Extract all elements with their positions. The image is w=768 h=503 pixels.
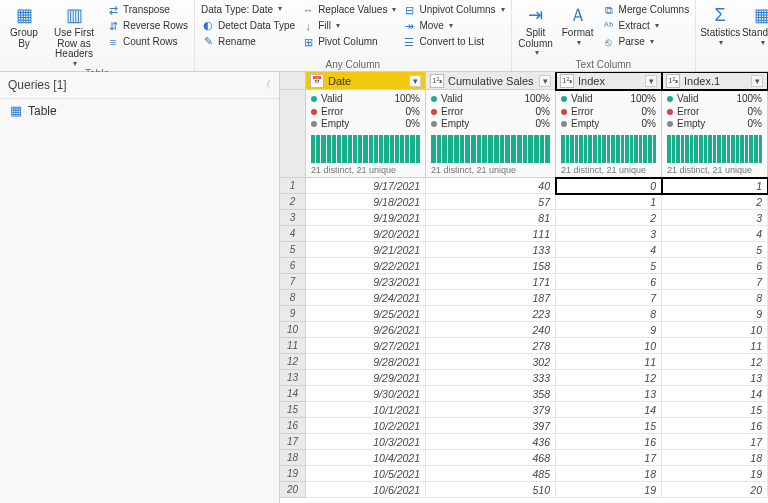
cell-index1[interactable]: 2 — [662, 194, 768, 210]
cell-index1[interactable]: 6 — [662, 258, 768, 274]
cell-date[interactable]: 10/1/2021 — [306, 402, 426, 418]
split-column-button[interactable]: ⇥ Split Column — [516, 2, 556, 57]
row-number[interactable]: 9 — [280, 306, 306, 322]
cell-date[interactable]: 9/23/2021 — [306, 274, 426, 290]
cell-index1[interactable]: 3 — [662, 210, 768, 226]
cell-index[interactable]: 5 — [556, 258, 662, 274]
cell-index1[interactable]: 19 — [662, 466, 768, 482]
row-number[interactable]: 3 — [280, 210, 306, 226]
unpivot-columns-button[interactable]: ⊟Unpivot Columns — [400, 2, 506, 18]
row-number[interactable]: 13 — [280, 370, 306, 386]
cell-index[interactable]: 16 — [556, 434, 662, 450]
row-number[interactable]: 5 — [280, 242, 306, 258]
cell-date[interactable]: 9/27/2021 — [306, 338, 426, 354]
row-number[interactable]: 14 — [280, 386, 306, 402]
cell-index1[interactable]: 7 — [662, 274, 768, 290]
transpose-button[interactable]: ⇄Transpose — [104, 2, 190, 18]
cell-index[interactable]: 9 — [556, 322, 662, 338]
cell-index[interactable]: 19 — [556, 482, 662, 498]
cell-index1[interactable]: 14 — [662, 386, 768, 402]
cell-date[interactable]: 10/3/2021 — [306, 434, 426, 450]
row-number[interactable]: 2 — [280, 194, 306, 210]
cell-index1[interactable]: 4 — [662, 226, 768, 242]
cell-index1[interactable]: 10 — [662, 322, 768, 338]
cell-cumulative-sales[interactable]: 278 — [426, 338, 556, 354]
cell-index[interactable]: 14 — [556, 402, 662, 418]
cell-cumulative-sales[interactable]: 379 — [426, 402, 556, 418]
collapse-queries-icon[interactable]: 〈 — [261, 78, 271, 92]
cell-date[interactable]: 9/25/2021 — [306, 306, 426, 322]
row-number[interactable]: 17 — [280, 434, 306, 450]
cell-index[interactable]: 0 — [556, 178, 662, 194]
cell-index[interactable]: 13 — [556, 386, 662, 402]
parse-button[interactable]: ⎋Parse — [600, 34, 692, 50]
cell-cumulative-sales[interactable]: 436 — [426, 434, 556, 450]
cell-date[interactable]: 9/17/2021 — [306, 178, 426, 194]
extract-button[interactable]: ᴬᵇExtract — [600, 18, 692, 34]
cell-date[interactable]: 9/19/2021 — [306, 210, 426, 226]
cell-index1[interactable]: 12 — [662, 354, 768, 370]
row-number[interactable]: 6 — [280, 258, 306, 274]
cell-index[interactable]: 7 — [556, 290, 662, 306]
cell-date[interactable]: 9/30/2021 — [306, 386, 426, 402]
cell-cumulative-sales[interactable]: 57 — [426, 194, 556, 210]
cell-index[interactable]: 1 — [556, 194, 662, 210]
cell-cumulative-sales[interactable]: 510 — [426, 482, 556, 498]
cell-date[interactable]: 9/29/2021 — [306, 370, 426, 386]
cell-index1[interactable]: 5 — [662, 242, 768, 258]
row-number[interactable]: 19 — [280, 466, 306, 482]
reverse-rows-button[interactable]: ⇵Reverse Rows — [104, 18, 190, 34]
cell-index[interactable]: 4 — [556, 242, 662, 258]
column-header[interactable]: 1²₃Cumulative Sales▾ — [426, 72, 556, 90]
cell-date[interactable]: 10/4/2021 — [306, 450, 426, 466]
row-number[interactable]: 18 — [280, 450, 306, 466]
cell-cumulative-sales[interactable]: 158 — [426, 258, 556, 274]
cell-cumulative-sales[interactable]: 187 — [426, 290, 556, 306]
column-header[interactable]: 1²₃Index▾ — [556, 72, 662, 90]
cell-index[interactable]: 3 — [556, 226, 662, 242]
cell-cumulative-sales[interactable]: 223 — [426, 306, 556, 322]
row-number[interactable]: 1 — [280, 178, 306, 194]
column-filter-icon[interactable]: ▾ — [751, 75, 763, 87]
pivot-column-button[interactable]: ⊞Pivot Column — [299, 34, 398, 50]
cell-index1[interactable]: 1 — [662, 178, 768, 194]
statistics-button[interactable]: Σ Statistics — [700, 2, 740, 47]
rename-button[interactable]: ✎Rename — [199, 34, 297, 50]
cell-cumulative-sales[interactable]: 111 — [426, 226, 556, 242]
group-by-button[interactable]: ▦ Group By — [4, 2, 44, 49]
cell-index[interactable]: 2 — [556, 210, 662, 226]
cell-date[interactable]: 9/24/2021 — [306, 290, 426, 306]
row-number[interactable]: 20 — [280, 482, 306, 498]
count-rows-button[interactable]: ≡Count Rows — [104, 34, 190, 50]
cell-index1[interactable]: 9 — [662, 306, 768, 322]
cell-date[interactable]: 9/20/2021 — [306, 226, 426, 242]
row-number[interactable]: 12 — [280, 354, 306, 370]
cell-cumulative-sales[interactable]: 240 — [426, 322, 556, 338]
cell-cumulative-sales[interactable]: 358 — [426, 386, 556, 402]
cell-cumulative-sales[interactable]: 40 — [426, 178, 556, 194]
cell-cumulative-sales[interactable]: 468 — [426, 450, 556, 466]
cell-index[interactable]: 6 — [556, 274, 662, 290]
cell-index[interactable]: 8 — [556, 306, 662, 322]
cell-index1[interactable]: 11 — [662, 338, 768, 354]
cell-date[interactable]: 9/22/2021 — [306, 258, 426, 274]
cell-date[interactable]: 10/6/2021 — [306, 482, 426, 498]
column-filter-icon[interactable]: ▾ — [645, 75, 657, 87]
row-number[interactable]: 8 — [280, 290, 306, 306]
cell-index[interactable]: 17 — [556, 450, 662, 466]
type-icon[interactable]: 📅 — [310, 74, 324, 88]
column-header[interactable]: 📅Date▾ — [306, 72, 426, 90]
cell-index1[interactable]: 20 — [662, 482, 768, 498]
row-number[interactable]: 15 — [280, 402, 306, 418]
cell-index[interactable]: 12 — [556, 370, 662, 386]
cell-index1[interactable]: 8 — [662, 290, 768, 306]
cell-cumulative-sales[interactable]: 81 — [426, 210, 556, 226]
row-number[interactable]: 11 — [280, 338, 306, 354]
standard-button[interactable]: ▦ Standard — [742, 2, 768, 47]
cell-index[interactable]: 10 — [556, 338, 662, 354]
cell-cumulative-sales[interactable]: 485 — [426, 466, 556, 482]
merge-columns-button[interactable]: ⧉Merge Columns — [600, 2, 692, 18]
detect-data-type-button[interactable]: ◐Detect Data Type — [199, 18, 297, 34]
cell-index1[interactable]: 16 — [662, 418, 768, 434]
type-icon[interactable]: 1²₃ — [560, 74, 574, 88]
